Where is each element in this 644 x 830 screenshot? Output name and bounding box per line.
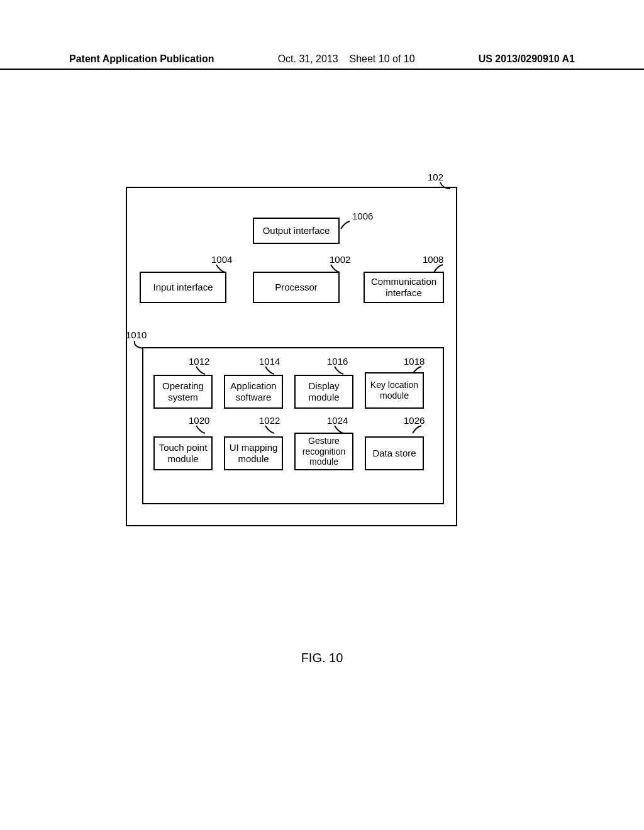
input-interface-box: Input interface	[140, 272, 226, 303]
ref-1006: 1006	[352, 211, 373, 221]
lead-1016	[333, 365, 345, 375]
operating-system-box: Operating system	[153, 375, 213, 409]
lead-1026	[411, 424, 423, 434]
figure-canvas: 102 Output interface 1006 1004 1002 1008…	[0, 0, 644, 830]
key-location-module-box: Key location module	[365, 372, 424, 409]
touch-point-module-box: Touch point module	[153, 436, 213, 470]
data-store-box: Data store	[365, 436, 424, 470]
processor-box: Processor	[253, 272, 340, 303]
lead-1020	[195, 424, 206, 434]
ui-mapping-module-box: UI mapping module	[224, 436, 283, 470]
output-interface-box: Output interface	[253, 218, 340, 244]
lead-1012	[195, 365, 206, 375]
application-software-box: Application software	[224, 375, 283, 409]
lead-1008	[433, 263, 444, 274]
lead-1002	[330, 263, 341, 274]
lead-1006	[340, 220, 351, 230]
memory-box	[142, 347, 444, 504]
communication-interface-box: Communication interface	[364, 272, 444, 303]
lead-1022	[264, 424, 275, 434]
ref-1010: 1010	[126, 329, 147, 340]
lead-1014	[264, 365, 275, 375]
lead-1004	[215, 263, 226, 274]
figure-caption: FIG. 10	[0, 651, 644, 665]
gesture-recognition-module-box: Gesture recognition module	[294, 433, 353, 470]
display-module-box: Display module	[294, 375, 353, 409]
lead-102	[439, 181, 452, 190]
